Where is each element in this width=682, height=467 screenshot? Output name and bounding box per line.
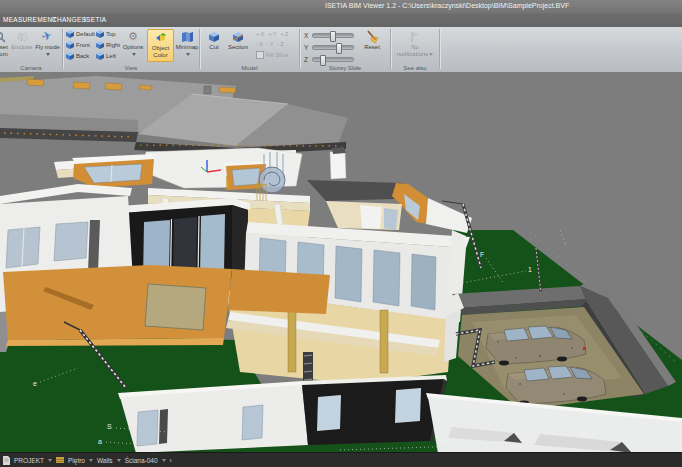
cut-button[interactable]: Cut (204, 29, 224, 62)
slider-z-label: Z (304, 56, 312, 63)
airplane-icon: ✈ (41, 28, 55, 45)
tab-measurement[interactable]: MEASUREMENT (3, 16, 57, 23)
breadcrumb-project[interactable]: PROJEKT (14, 457, 44, 464)
cut-cube-icon (208, 29, 220, 44)
view-back-button[interactable]: Back (66, 51, 89, 61)
annotation-f: F (480, 251, 484, 258)
cube-icon (66, 52, 74, 60)
slider-y-label: Y (304, 44, 312, 51)
object-color-button[interactable]: Object Color (147, 29, 174, 62)
annotation-1: 1 (528, 266, 532, 273)
annotation-s: S (107, 423, 112, 430)
notifications-button: No notifications (395, 29, 435, 62)
broom-icon (365, 29, 379, 44)
section-button[interactable]: Section (226, 29, 250, 62)
storey-slider-y-thumb[interactable] (336, 43, 342, 54)
breadcrumb-caret[interactable] (89, 459, 93, 462)
storey-icon (56, 456, 64, 464)
section-cube-icon (232, 29, 244, 44)
object-color-label: Object Color (148, 45, 173, 59)
view-front-button[interactable]: Front (66, 40, 90, 50)
ribbon-tab-row: MEASUREMENT CHANGES ISETIA (0, 13, 682, 27)
options-label: Options (123, 44, 144, 58)
ribbon-group-view: Default Front Back Top Right Left ⚙ Opti… (63, 27, 199, 72)
dropdown-caret (186, 53, 190, 56)
view-group-label: View (63, 65, 199, 71)
front-facade-lower[interactable] (118, 381, 308, 452)
ribbon-group-camera: Reset Zoom Enclose ✈ Fly mode Camera (0, 27, 62, 72)
storey-reset-label: Reset (364, 44, 380, 51)
cube-icon (96, 30, 104, 38)
breadcrumb-level[interactable]: Piętro (68, 457, 85, 464)
model-group-label: Model (200, 65, 299, 71)
view-default-button[interactable]: Default (66, 29, 95, 39)
see-also-group-label: See also (391, 65, 439, 71)
cube-icon (66, 41, 74, 49)
map-icon (181, 29, 194, 44)
magnifier-icon (0, 29, 6, 44)
cut-label: Cut (209, 44, 218, 51)
title-bar: ISETIA BIM Viewer 1.2 - C:\Users\kraczyn… (0, 0, 682, 13)
annotation-e: e (33, 380, 37, 387)
storey-slider-z[interactable] (312, 57, 354, 62)
enclose-button: Enclose (11, 29, 33, 62)
breadcrumb-caret[interactable] (117, 459, 121, 462)
ribbon: Reset Zoom Enclose ✈ Fly mode Camera Def… (0, 27, 682, 73)
slice-minus-axes: -X -Y -Z (256, 41, 285, 47)
chimney[interactable] (330, 147, 346, 179)
breadcrumb-more[interactable]: › (170, 457, 172, 464)
breadcrumb-element[interactable]: Ściana-040 (125, 457, 158, 464)
minimap-label: Minimap (176, 44, 199, 58)
flag-icon (409, 29, 421, 44)
ribbon-group-see-also: No notifications See also (391, 27, 439, 72)
ribbon-group-model: Cut Section +X +Y +Z -X -Y -Z Fill Slice… (200, 27, 299, 72)
section-label: Section (228, 44, 248, 51)
slice-plus-axes: +X +Y +Z (256, 31, 289, 37)
breadcrumb-category[interactable]: Walls (97, 457, 113, 464)
storey-slider-x-thumb[interactable] (330, 31, 336, 42)
dropdown-caret (132, 53, 136, 56)
group-separator (439, 29, 440, 69)
ribbon-group-storey-slide: X Y Z Reset Storey Slide (300, 27, 390, 72)
storey-slider-z-thumb[interactable] (320, 55, 326, 66)
viewport-3d[interactable]: F 1 S a e (0, 72, 682, 452)
view-left-button[interactable]: Left (96, 51, 116, 61)
tab-changes[interactable]: CHANGES (52, 16, 86, 23)
breadcrumb-caret[interactable] (48, 459, 52, 462)
storey-slide-group-label: Storey Slide (300, 65, 390, 71)
dropdown-caret (429, 53, 433, 56)
storey-slider-x[interactable] (312, 33, 354, 38)
storey-slider-y[interactable] (312, 45, 354, 50)
enclose-label: Enclose (11, 44, 32, 51)
black-wall-lower[interactable] (300, 375, 447, 445)
document-icon (3, 456, 10, 465)
fill-slice-checkbox (256, 51, 264, 59)
cube-icon (96, 52, 104, 60)
tab-isetia[interactable]: ISETIA (84, 16, 106, 23)
dropdown-caret (46, 53, 50, 56)
breadcrumb-caret[interactable] (162, 459, 166, 462)
view-top-button[interactable]: Top (96, 29, 116, 39)
camera-group-label: Camera (0, 65, 62, 71)
fly-mode-button[interactable]: ✈ Fly mode (35, 29, 60, 62)
enclose-icon (16, 29, 28, 44)
minimap-button[interactable]: Minimap (176, 29, 198, 62)
notifications-label: No notifications (395, 44, 435, 58)
slider-x-label: X (304, 32, 312, 39)
roof-chimney[interactable] (204, 86, 211, 94)
fly-mode-label: Fly mode (35, 44, 60, 58)
gear-icon: ⚙ (128, 29, 138, 44)
cube-icon (96, 41, 104, 49)
status-bar: PROJEKT Piętro Walls Ściana-040 › (0, 452, 682, 467)
window-title: ISETIA BIM Viewer 1.2 - C:\Users\kraczyn… (325, 2, 569, 9)
cube-icon (66, 30, 74, 38)
object-color-icon (154, 30, 167, 45)
view-right-button[interactable]: Right (96, 40, 120, 50)
fill-slice-option: Fill Slice (256, 51, 288, 59)
annotation-a: a (98, 438, 102, 445)
storey-reset-button[interactable]: Reset (358, 29, 386, 62)
options-button[interactable]: ⚙ Options (121, 29, 145, 62)
